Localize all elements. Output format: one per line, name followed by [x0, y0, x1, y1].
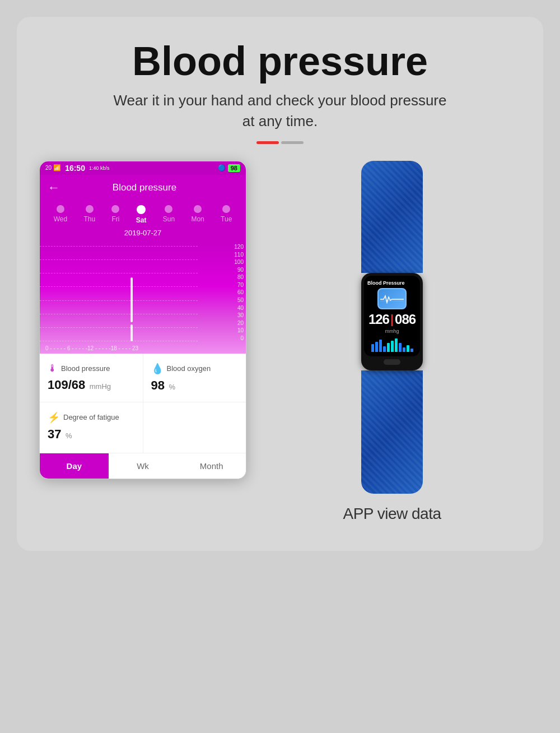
day-sun[interactable]: Sun: [163, 205, 175, 224]
ecg-line-icon: [380, 294, 404, 304]
watch-button[interactable]: [384, 359, 400, 365]
ws-chart: [367, 336, 417, 352]
chart-x-axis: 0 - - - - - 6 - - - - -12 - - - - -18 - …: [45, 345, 218, 351]
day-label-tue: Tue: [221, 215, 232, 223]
bp-label: Blood pressure: [61, 364, 110, 373]
chart-lines: [40, 246, 198, 341]
day-thu[interactable]: Thu: [83, 205, 95, 224]
day-label-thu: Thu: [83, 215, 95, 223]
chart-inner: 0 - - - - - 6 - - - - -12 - - - - -18 - …: [40, 242, 223, 354]
content-row: 20 📶 16:50 1:40 kb/s 🔵 98 ← Blood pressu…: [39, 161, 521, 523]
fatigue-value-row: 37 %: [48, 427, 135, 442]
chart-line: [40, 314, 198, 314]
ws-bp-icon: [377, 288, 407, 309]
header: Blood pressure Wear it in your hand and …: [39, 39, 521, 144]
chart-line: [40, 341, 198, 341]
ws-numbers: 126 | 086: [367, 312, 417, 327]
battery-display: 98: [228, 164, 240, 172]
blood-pressure-card: 🌡 Blood pressure 109/68 mmHg: [40, 354, 143, 402]
stat-header-bp: 🌡 Blood pressure: [48, 363, 135, 374]
day-dot-sat: [137, 205, 146, 214]
watch-body: Blood Pressure: [361, 273, 423, 370]
day-dot-mon: [194, 205, 202, 213]
bo-label: Blood oxygen: [167, 364, 211, 373]
fatigue-card: ⚡ Degree of fatigue 37 %: [40, 402, 143, 453]
day-label-wed: Wed: [54, 215, 67, 223]
app-view-label: APP view data: [343, 505, 441, 523]
divider-gray: [281, 141, 304, 144]
ws-bar-7: [395, 338, 398, 352]
ws-separator: |: [390, 312, 394, 327]
status-left: 20 📶 16:50 1:40 kb/s: [45, 164, 109, 173]
day-sat[interactable]: Sat: [136, 205, 147, 224]
ws-systolic: 126: [368, 312, 389, 327]
ws-bar-3: [379, 340, 382, 352]
day-label-sun: Sun: [163, 215, 175, 223]
back-button[interactable]: ←: [48, 180, 60, 195]
bluetooth-icon: 🔵: [218, 164, 226, 171]
thermometer-icon: 🌡: [48, 363, 58, 374]
fatigue-unit: %: [66, 432, 72, 440]
bo-unit: %: [169, 383, 175, 391]
ws-unit: mmhg: [367, 328, 417, 334]
ws-bar-2: [375, 342, 378, 352]
signal-text: 20: [45, 165, 52, 171]
divider-red: [256, 141, 279, 144]
day-label-mon: Mon: [191, 215, 204, 223]
tab-day[interactable]: Day: [40, 453, 109, 479]
tab-month[interactable]: Month: [177, 453, 246, 479]
strap-bottom: [361, 370, 423, 494]
stat-header-bo: 💧 Blood oxygen: [151, 363, 239, 375]
day-dot-fri: [111, 205, 119, 213]
wristband-wrapper: Blood Pressure: [352, 161, 433, 494]
wristband: Blood Pressure: [352, 161, 433, 494]
day-dot-thu: [86, 205, 94, 213]
bp-value: 109/68: [48, 378, 85, 392]
day-dot-tue: [222, 205, 230, 213]
status-right: 🔵 98: [218, 164, 240, 172]
divider-bar: [39, 141, 521, 144]
ws-bar-4: [383, 346, 386, 352]
chart-line: [40, 246, 198, 247]
day-label-fri: Fri: [111, 215, 119, 223]
phone-container: 20 📶 16:50 1:40 kb/s 🔵 98 ← Blood pressu…: [39, 161, 246, 479]
app-header: ← Blood pressure: [40, 175, 246, 201]
x-label-0: 0 - - - - - 6 - - - - -12 - - - - -18 - …: [45, 345, 138, 351]
watch-container: Blood Pressure: [263, 161, 521, 523]
chart-bar-container: [130, 277, 133, 341]
day-mon[interactable]: Mon: [191, 205, 204, 224]
day-dot-sun: [165, 205, 172, 213]
day-dot-wed: [57, 205, 64, 213]
day-selector: Wed Thu Fri Sat: [40, 201, 246, 228]
chart-line: [40, 327, 198, 328]
chart-y-axis: 120 110 100 90 80 70 60 50 40 30 20 10 0: [223, 242, 246, 354]
day-fri[interactable]: Fri: [111, 205, 119, 224]
ws-diastolic: 086: [395, 312, 416, 327]
stats-row: 🌡 Blood pressure 109/68 mmHg 💧 Blood oxy…: [40, 354, 246, 402]
chart-area: 0 - - - - - 6 - - - - -12 - - - - -18 - …: [40, 242, 246, 354]
tab-wk[interactable]: Wk: [109, 453, 178, 479]
signal-icon: 📶: [53, 164, 61, 171]
time-display: 16:50: [65, 164, 85, 173]
ws-bp-label: Blood Pressure: [367, 280, 417, 286]
chart-line: [40, 273, 198, 273]
chart-line: [40, 286, 198, 287]
fatigue-value: 37: [48, 427, 61, 441]
page-wrapper: Blood pressure Wear it in your hand and …: [17, 17, 543, 551]
day-tue[interactable]: Tue: [221, 205, 232, 224]
lightning-icon: ⚡: [48, 411, 60, 424]
bo-value: 98: [151, 378, 165, 392]
bp-value-row: 109/68 mmHg: [48, 378, 135, 392]
day-wed[interactable]: Wed: [54, 205, 67, 224]
phone-screen: 20 📶 16:50 1:40 kb/s 🔵 98 ← Blood pressu…: [39, 161, 246, 479]
speed-text: 1:40 kb/s: [89, 165, 110, 171]
chart-bar-top: [130, 277, 133, 322]
bo-value-row: 98 %: [151, 378, 239, 393]
chart-line: [40, 300, 198, 301]
date-label: 2019-07-27: [40, 228, 246, 242]
subtitle: Wear it in your hand and check your bloo…: [112, 90, 448, 131]
bp-unit: mmHg: [90, 382, 111, 391]
ws-bar-10: [407, 345, 409, 352]
ws-icon-area: [367, 288, 417, 309]
tab-bar: Day Wk Month: [40, 453, 246, 479]
